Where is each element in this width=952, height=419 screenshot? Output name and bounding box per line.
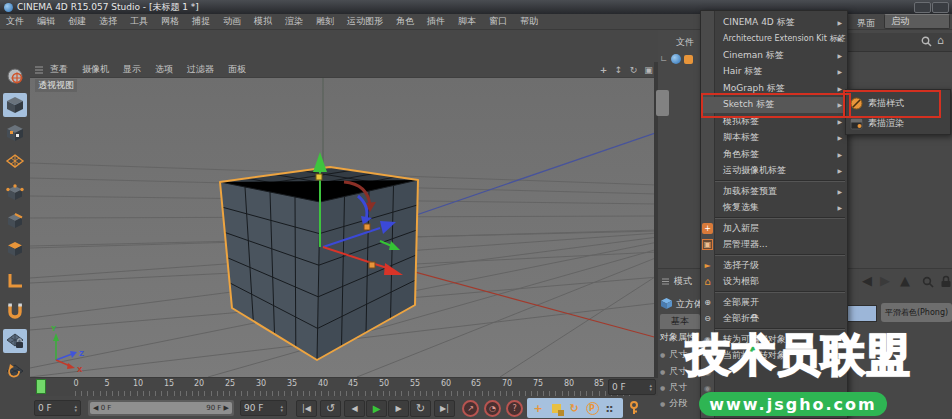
keyframe-selection-button[interactable]: ? [506,400,523,417]
search-icon[interactable] [921,36,932,47]
vp-menu-options[interactable]: 选项 [155,63,173,76]
key-pla-toggle[interactable]: :: [601,400,617,416]
workplane-button[interactable] [3,149,27,173]
menu-mograph[interactable]: 运动图形 [347,15,383,28]
menu-item-layer-manager[interactable]: ▣层管理器... [701,237,847,254]
menu-help[interactable]: 帮助 [520,15,538,28]
maximize-button[interactable] [932,2,949,13]
gizmo-handle-mid[interactable] [364,224,370,230]
menu-item-add-to-new-layer[interactable]: +加入新层 [701,220,847,237]
gizmo-handle-top[interactable] [316,174,322,180]
menu-item-unfold-all[interactable]: ⊕全部展开 [701,294,847,311]
menu-file[interactable]: 文件 [6,15,24,28]
previous-frame-button[interactable]: ◀ [344,400,365,417]
axis-mode-button[interactable] [3,269,27,293]
polygons-mode-button[interactable] [3,237,27,261]
menu-animate[interactable]: 动画 [223,15,241,28]
anim-dot-icon[interactable]: ● [660,400,665,407]
range-end-field[interactable]: 90 F ▴▾ [240,400,287,416]
stepper-icon[interactable]: ▴▾ [280,404,283,412]
timeline-ruler[interactable]: 0 5 10 15 20 25 30 35 40 45 50 55 60 65 … [30,377,658,397]
vp-menu-cameras[interactable]: 摄像机 [82,63,109,76]
am-back-icon[interactable]: ◀ [862,273,872,288]
key-position-toggle[interactable]: + [530,400,546,416]
timeline-playhead[interactable] [36,379,46,394]
phong-shading-button[interactable]: 平滑着色(Phong) [881,303,952,322]
menu-item-hair-tags[interactable]: Hair 标签▶ [701,64,847,81]
menu-item-motion-camera-tags[interactable]: 运动摄像机标签▶ [701,163,847,180]
goto-end-button[interactable]: ▶| [434,400,455,417]
am-forward-icon[interactable]: ▶ [880,273,890,288]
vp-menu-display[interactable]: 显示 [123,63,141,76]
vp-menu-view[interactable]: 查看 [50,63,68,76]
am-find-icon[interactable] [922,276,934,288]
anim-dot-icon[interactable]: ● [660,368,665,375]
om-file-menu[interactable]: 文件 [676,36,694,49]
make-editable-button[interactable] [3,64,27,88]
record-keyframe-button[interactable]: ↗ [462,400,479,417]
vp-zoom-control[interactable]: ↕ [612,64,625,76]
menu-item-script-tags[interactable]: 脚本标签▶ [701,130,847,147]
range-slider-thumb[interactable]: ◀ 0 F 90 F ▶ [90,402,232,414]
points-mode-button[interactable] [3,181,27,205]
shading-color-swatch[interactable] [845,305,877,322]
menu-plugins[interactable]: 插件 [427,15,445,28]
perspective-viewport[interactable]: Y Z X [30,78,658,377]
next-key-button[interactable]: ↻ [410,400,431,417]
am-mode-menu[interactable]: 模式 [674,275,692,288]
slider-left-arrow-icon[interactable]: ◀ [93,404,98,412]
range-start-field[interactable]: 0 F ▴▾ [34,400,81,416]
texture-mode-button[interactable] [3,121,27,145]
edges-mode-button[interactable] [3,209,27,233]
anim-dot-icon[interactable]: ● [660,351,665,358]
vp-pan-control[interactable]: + [597,64,610,76]
menu-item-restore-selection[interactable]: 恢复选集▶ [701,200,847,217]
am-up-icon[interactable]: ▲ [900,273,910,288]
menu-sculpt[interactable]: 雕刻 [316,15,334,28]
preview-range-slider[interactable]: ◀ 0 F 90 F ▶ [88,400,234,416]
model-mode-button[interactable] [3,93,27,117]
object-row-cube[interactable]: ∟ [660,54,693,64]
play-backwards-button[interactable]: ↺ [320,400,341,417]
key-scale-toggle[interactable] [548,400,564,416]
key-parameter-toggle[interactable]: P [584,400,600,416]
play-button[interactable]: ▶ [366,400,387,417]
key-rotation-toggle[interactable]: ↻ [566,400,582,416]
menu-item-load-tag-preset[interactable]: 加载标签预置▶ [701,183,847,200]
menu-item-architecture-tags[interactable]: Architecture Extension Kit 标签▶ [701,31,847,48]
workplane-mode-button[interactable] [3,360,27,384]
vp-menu-panel[interactable]: 面板 [228,63,246,76]
slider-right-arrow-icon[interactable]: ▶ [224,404,229,412]
minimize-button[interactable] [914,2,931,13]
current-frame-field[interactable]: 0 F ▴▾ [608,379,656,395]
snap-button[interactable] [3,299,27,323]
menu-item-cineman-tags[interactable]: Cineman 标签▶ [701,47,847,64]
menu-character[interactable]: 角色 [396,15,414,28]
menu-item-set-as-root[interactable]: ⌂设为根部 [701,274,847,291]
menu-create[interactable]: 创建 [68,15,86,28]
om-scrollbar-thumb[interactable] [656,90,669,116]
autokey-button[interactable]: ◔ [484,400,501,417]
goto-start-button[interactable]: |◀ [296,400,317,417]
layout-select[interactable]: 启动 [884,14,950,29]
lock-workplane-button[interactable] [3,329,27,353]
menu-item-fold-all[interactable]: ⊖全部折叠 [701,311,847,328]
anim-dot-icon[interactable]: ● [660,384,665,391]
vp-menu-filter[interactable]: 过滤器 [187,63,214,76]
vp-rotate-control[interactable]: ↻ [627,64,640,76]
gizmo-handle-low[interactable] [369,262,375,268]
menu-item-cinema4d-tags[interactable]: CINEMA 4D 标签▶ [701,14,847,31]
stepper-icon[interactable]: ▴▾ [74,404,77,412]
menu-window[interactable]: 窗口 [489,15,507,28]
menu-render[interactable]: 渲染 [285,15,303,28]
menu-simulate[interactable]: 模拟 [254,15,272,28]
menu-select[interactable]: 选择 [99,15,117,28]
stepper-icon[interactable]: ▴▾ [649,383,652,391]
menu-item-select-children[interactable]: ►选择子级 [701,257,847,274]
menu-tools[interactable]: 工具 [130,15,148,28]
next-frame-button[interactable]: ▶ [388,400,409,417]
menu-mesh[interactable]: 网格 [161,15,179,28]
menu-item-character-tags[interactable]: 角色标签▶ [701,146,847,163]
menu-snap[interactable]: 捕捉 [192,15,210,28]
keying-settings-button[interactable] [626,400,642,416]
